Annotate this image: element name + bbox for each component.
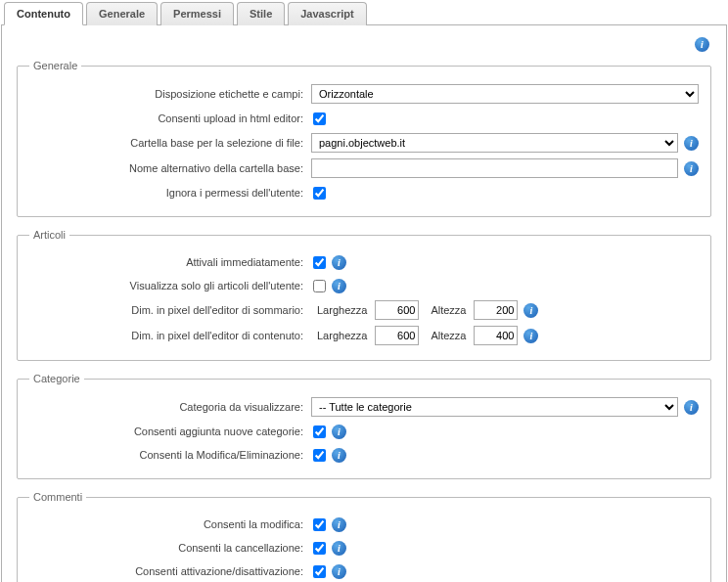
label-disposizione: Disposizione etichette e campi: bbox=[29, 88, 311, 100]
label-cartella-base: Cartella base per la selezione di file: bbox=[29, 137, 311, 149]
tab-stile[interactable]: Stile bbox=[237, 2, 285, 25]
checkbox-consenti-modelim[interactable] bbox=[313, 449, 326, 462]
select-disposizione[interactable]: Orizzontale bbox=[311, 84, 699, 104]
tab-permessi[interactable]: Permessi bbox=[160, 2, 234, 25]
label-consenti-modelim: Consenti la Modifica/Eliminazione: bbox=[29, 449, 311, 461]
text-altezza: Altezza bbox=[425, 330, 468, 341]
checkbox-consenti-cancellazione[interactable] bbox=[313, 542, 326, 555]
input-contenuto-width[interactable] bbox=[375, 326, 419, 345]
select-cartella-base[interactable]: pagni.objectweb.it bbox=[311, 133, 678, 153]
label-consenti-upload: Consenti upload in html editor: bbox=[29, 112, 311, 124]
input-sommario-height[interactable] bbox=[474, 300, 518, 320]
info-icon[interactable]: i bbox=[684, 161, 699, 176]
info-icon[interactable]: i bbox=[332, 279, 346, 293]
panel-contenuto: i Generale Disposizione etichette e camp… bbox=[1, 25, 727, 582]
info-icon[interactable]: i bbox=[684, 136, 699, 151]
label-attivali: Attivali immediatamente: bbox=[29, 256, 311, 268]
checkbox-attivali[interactable] bbox=[313, 256, 326, 269]
tab-javascript[interactable]: Javascript bbox=[288, 2, 366, 25]
label-consenti-aggiunta: Consenti aggiunta nuove categorie: bbox=[29, 425, 311, 437]
info-icon[interactable]: i bbox=[684, 400, 699, 415]
legend-categorie: Categorie bbox=[29, 373, 84, 384]
input-nome-alternativo[interactable] bbox=[311, 158, 678, 178]
info-icon[interactable]: i bbox=[523, 329, 538, 343]
label-ignora-permessi: Ignora i permessi dell'utente: bbox=[29, 187, 311, 199]
checkbox-consenti-modifica[interactable] bbox=[313, 518, 326, 531]
legend-commenti: Commenti bbox=[29, 491, 86, 503]
label-categoria-visualizzare: Categoria da visualizzare: bbox=[29, 401, 311, 413]
select-categoria[interactable]: -- Tutte le categorie bbox=[311, 397, 678, 417]
help-icon[interactable]: i bbox=[695, 37, 709, 52]
checkbox-consenti-aggiunta[interactable] bbox=[313, 425, 326, 438]
label-nome-alternativo: Nome alternativo della cartella base: bbox=[29, 162, 311, 174]
label-dim-sommario: Dim. in pixel dell'editor di sommario: bbox=[29, 304, 311, 316]
info-icon[interactable]: i bbox=[523, 303, 538, 318]
info-icon[interactable]: i bbox=[332, 255, 346, 270]
info-icon[interactable]: i bbox=[332, 448, 346, 463]
fieldset-categorie: Categorie Categoria da visualizzare: -- … bbox=[17, 373, 711, 479]
text-altezza: Altezza bbox=[425, 304, 468, 316]
info-icon[interactable]: i bbox=[332, 564, 346, 579]
checkbox-visualizza-solo[interactable] bbox=[313, 280, 326, 292]
legend-generale: Generale bbox=[29, 60, 81, 71]
fieldset-generale: Generale Disposizione etichette e campi:… bbox=[17, 60, 711, 217]
checkbox-ignora-permessi[interactable] bbox=[313, 187, 326, 200]
label-dim-contenuto: Dim. in pixel dell'editor di contenuto: bbox=[29, 330, 311, 341]
label-visualizza-solo: Visualizza solo gli articoli dell'utente… bbox=[29, 280, 311, 291]
checkbox-consenti-upload[interactable] bbox=[313, 112, 326, 125]
input-sommario-width[interactable] bbox=[375, 300, 419, 320]
fieldset-commenti: Commenti Consenti la modifica: i Consent… bbox=[17, 491, 711, 582]
fieldset-articoli: Articoli Attivali immediatamente: i Visu… bbox=[17, 229, 711, 361]
legend-articoli: Articoli bbox=[29, 229, 69, 241]
text-larghezza: Larghezza bbox=[311, 330, 369, 341]
checkbox-consenti-attdis[interactable] bbox=[313, 565, 326, 578]
info-icon[interactable]: i bbox=[332, 425, 346, 439]
info-icon[interactable]: i bbox=[332, 517, 346, 532]
info-icon[interactable]: i bbox=[332, 541, 346, 556]
tab-panel: Contenuto Generale Permessi Stile Javasc… bbox=[0, 0, 728, 582]
tab-generale[interactable]: Generale bbox=[86, 2, 158, 25]
tab-contenuto[interactable]: Contenuto bbox=[4, 2, 83, 25]
label-consenti-attdis: Consenti attivazione/disattivazione: bbox=[29, 565, 311, 577]
label-consenti-modifica: Consenti la modifica: bbox=[29, 518, 311, 530]
input-contenuto-height[interactable] bbox=[474, 326, 518, 345]
tabs-bar: Contenuto Generale Permessi Stile Javasc… bbox=[1, 1, 727, 25]
text-larghezza: Larghezza bbox=[311, 304, 369, 316]
label-consenti-cancellazione: Consenti la cancellazione: bbox=[29, 542, 311, 554]
